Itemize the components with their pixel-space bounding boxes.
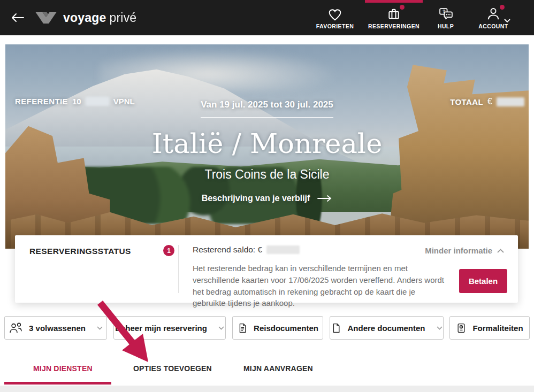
page: voyageprivé FAVORIETEN RESERVERINGEN [0,0,534,392]
tab-mijn-diensten[interactable]: MIJN DIENSTEN [33,364,93,373]
travel-documents-label: Reisdocumenten [254,324,318,333]
collapse-info-label: Minder informatie [425,246,492,255]
brand-word-2: privé [109,11,136,25]
balance-row: Resterend saldo: € [193,245,300,255]
tab-mijn-aanvragen[interactable]: MIJN AANVRAGEN [243,364,313,373]
trip-subtitle: Trois Coins de la Sicile [5,167,529,182]
back-arrow-icon [11,13,25,22]
notification-dot [500,5,505,10]
status-badge: 1 [163,245,174,256]
header-nav: FAVORIETEN RESERVERINGEN ? [312,0,528,35]
content-area-edge [0,386,534,392]
document-lines-icon [237,322,248,334]
travelers-label: 3 volwassenen [29,324,86,333]
chat-help-icon: ? [439,6,453,21]
brand-text: voyageprivé [63,11,136,25]
trip-dates-wrap: Van 19 jul. 2025 tot 30 jul. 2025 [5,99,529,118]
manage-booking-dropdown[interactable]: Beheer mijn reservering [113,316,226,340]
nav-item-reserveringen[interactable]: RESERVERINGEN [365,0,423,35]
chevron-down-icon [97,326,103,330]
manage-booking-label: Beheer mijn reservering [115,324,207,333]
active-tab-underline [4,382,111,385]
card-divider [178,245,179,293]
description-link[interactable]: Beschrijving van je verblijf [5,194,529,203]
heart-icon [328,6,342,21]
brand-mark-icon [34,11,58,25]
formalities-label: Formaliteiten [472,324,523,333]
people-icon [9,322,23,334]
chevron-up-icon [497,249,504,253]
brand-word-1: voyage [63,11,106,25]
back-button[interactable] [9,9,27,27]
arrow-right-icon [317,195,332,202]
user-icon [486,6,500,21]
reservation-status-card: RESERVERINGSSTATUS 1 Resterend saldo: € … [15,235,518,303]
redacted-balance [266,245,300,254]
notification-dot [400,5,405,10]
app-header: voyageprivé FAVORIETEN RESERVERINGEN [0,0,534,35]
nav-label: ACCOUNT [478,23,508,29]
chevron-down-icon [504,19,510,23]
trip-dates: Van 19 jul. 2025 tot 30 jul. 2025 [201,99,333,118]
balance-label: Resterend saldo: € [193,245,262,255]
nav-label: FAVORIETEN [316,23,354,29]
formalities-button[interactable]: Formaliteiten [449,316,530,340]
travelers-dropdown[interactable]: 3 volwassenen [4,316,107,340]
nav-item-hulp[interactable]: ? HULP [430,0,461,35]
collapse-info-link[interactable]: Minder informatie [425,246,504,255]
suitcase-icon [387,6,401,21]
chevron-down-icon [437,326,443,330]
nav-item-favorieten[interactable]: FAVORIETEN [312,0,357,35]
nav-label: HULP [438,23,454,29]
nav-item-account[interactable]: ACCOUNT [469,0,518,35]
status-card-title: RESERVERINGSSTATUS [29,247,131,256]
hero-banner: REFERENTIE 10 VPNL TOTAAL € Van 19 jul. … [5,44,529,249]
nav-label: RESERVERINGEN [368,23,419,29]
document-icon [331,322,341,334]
payment-description: Het resterende bedrag kan in verschillen… [193,263,449,309]
tab-opties-toevoegen[interactable]: OPTIES TOEVOEGEN [133,364,212,373]
other-documents-label: Andere documenten [347,324,425,333]
description-link-label: Beschrijving van je verblijf [202,194,310,203]
travel-documents-button[interactable]: Reisdocumenten [232,316,323,340]
logo-link[interactable]: voyageprivé [34,11,136,25]
chevron-down-icon [218,326,224,330]
pay-button[interactable]: Betalen [459,269,507,293]
trip-title: Italië / Monreale [5,129,529,159]
passport-icon [456,322,467,334]
other-documents-dropdown[interactable]: Andere documenten [330,316,444,340]
